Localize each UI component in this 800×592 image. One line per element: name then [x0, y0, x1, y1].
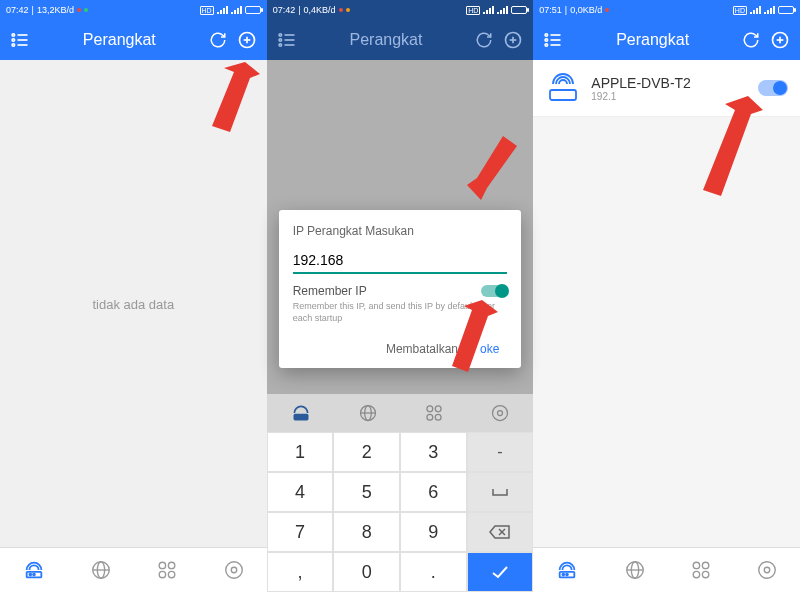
key-1[interactable]: 1 — [267, 432, 334, 472]
tab-apps-icon[interactable] — [424, 403, 444, 423]
status-time: 07:42 — [273, 5, 296, 15]
status-bar: 07:42 | 13,2KB/d HD — [0, 0, 267, 20]
nav-globe-icon[interactable] — [624, 559, 646, 581]
svg-point-47 — [545, 39, 548, 42]
page-title: Perangkat — [297, 31, 476, 49]
svg-point-19 — [225, 562, 242, 579]
svg-rect-31 — [294, 415, 307, 420]
remember-ip-label: Remember IP — [293, 284, 367, 298]
svg-point-18 — [169, 571, 175, 577]
svg-point-17 — [160, 571, 166, 577]
notif-dot-icon — [84, 8, 88, 12]
tab-device-icon[interactable] — [290, 403, 312, 423]
key-minus[interactable]: - — [467, 432, 534, 472]
svg-point-35 — [427, 406, 433, 412]
svg-point-16 — [169, 562, 175, 568]
key-5[interactable]: 5 — [333, 472, 400, 512]
svg-marker-69 — [703, 96, 763, 196]
nav-apps-icon[interactable] — [156, 559, 178, 581]
remember-ip-toggle[interactable] — [481, 285, 507, 297]
battery-icon — [245, 6, 261, 14]
svg-point-45 — [545, 34, 548, 37]
status-bar: 07:42 | 0,4KB/d HD — [267, 0, 534, 20]
ip-input-field[interactable] — [293, 248, 508, 274]
nav-target-icon[interactable] — [756, 559, 778, 581]
refresh-icon[interactable] — [742, 31, 760, 49]
key-space[interactable] — [467, 472, 534, 512]
key-enter[interactable] — [467, 552, 534, 592]
status-time: 07:51 — [539, 5, 562, 15]
key-7[interactable]: 7 — [267, 512, 334, 552]
svg-point-64 — [702, 562, 708, 568]
page-title: Perangkat — [563, 31, 742, 49]
svg-point-10 — [29, 574, 31, 576]
key-0[interactable]: 0 — [333, 552, 400, 592]
empty-state-text: tidak ada data — [92, 296, 174, 311]
notif-dot-icon — [605, 8, 609, 12]
add-icon[interactable] — [770, 30, 790, 50]
key-9[interactable]: 9 — [400, 512, 467, 552]
svg-point-58 — [563, 574, 565, 576]
key-comma[interactable]: , — [267, 552, 334, 592]
tutorial-arrow-icon — [467, 130, 523, 200]
svg-point-36 — [435, 406, 441, 412]
svg-point-65 — [693, 571, 699, 577]
tab-globe-icon[interactable] — [358, 403, 378, 423]
nav-target-icon[interactable] — [223, 559, 245, 581]
svg-marker-44 — [452, 300, 498, 372]
svg-point-68 — [764, 567, 770, 573]
nav-device-icon[interactable] — [22, 559, 46, 581]
battery-icon — [778, 6, 794, 14]
svg-point-38 — [435, 414, 441, 420]
device-name: APPLE-DVB-T2 — [591, 75, 748, 91]
svg-point-0 — [12, 34, 15, 37]
tutorial-arrow-icon — [693, 96, 763, 206]
refresh-icon[interactable] — [209, 31, 227, 49]
notif-dot-icon — [339, 8, 343, 12]
svg-point-67 — [759, 562, 776, 579]
volte-icon: HD — [200, 6, 214, 15]
signal-icon — [750, 6, 761, 14]
bottom-nav — [533, 547, 800, 592]
svg-point-40 — [498, 411, 503, 416]
menu-list-icon[interactable] — [277, 30, 297, 50]
status-net: 0,4KB/d — [304, 5, 336, 15]
bottom-nav — [0, 547, 267, 592]
status-time: 07:42 — [6, 5, 29, 15]
refresh-icon[interactable] — [475, 31, 493, 49]
key-6[interactable]: 6 — [400, 472, 467, 512]
tab-target-icon[interactable] — [490, 403, 510, 423]
key-8[interactable]: 8 — [333, 512, 400, 552]
add-icon[interactable] — [503, 30, 523, 50]
notif-dot-icon — [346, 8, 350, 12]
key-4[interactable]: 4 — [267, 472, 334, 512]
router-icon — [545, 70, 581, 106]
device-toggle[interactable] — [758, 80, 788, 96]
key-backspace[interactable] — [467, 512, 534, 552]
volte-icon: HD — [733, 6, 747, 15]
key-dot[interactable]: . — [400, 552, 467, 592]
dialog-title: IP Perangkat Masukan — [293, 224, 508, 238]
svg-marker-21 — [212, 62, 260, 132]
svg-point-49 — [545, 44, 548, 47]
key-2[interactable]: 2 — [333, 432, 400, 472]
svg-point-26 — [279, 44, 282, 47]
svg-point-20 — [231, 567, 237, 573]
svg-point-15 — [160, 562, 166, 568]
app-bar: Perangkat — [533, 20, 800, 60]
menu-list-icon[interactable] — [543, 30, 563, 50]
menu-list-icon[interactable] — [10, 30, 30, 50]
nav-apps-icon[interactable] — [690, 559, 712, 581]
nav-device-icon[interactable] — [555, 559, 579, 581]
nav-globe-icon[interactable] — [90, 559, 112, 581]
svg-point-39 — [493, 406, 508, 421]
svg-point-59 — [566, 574, 568, 576]
numeric-keypad: 1 2 3 - 4 5 6 7 8 9 — [267, 432, 534, 592]
add-icon[interactable] — [237, 30, 257, 50]
category-tabs — [267, 394, 534, 432]
tutorial-arrow-icon — [200, 62, 260, 142]
svg-rect-54 — [550, 90, 576, 100]
key-3[interactable]: 3 — [400, 432, 467, 472]
svg-point-11 — [33, 574, 35, 576]
signal-icon — [231, 6, 242, 14]
